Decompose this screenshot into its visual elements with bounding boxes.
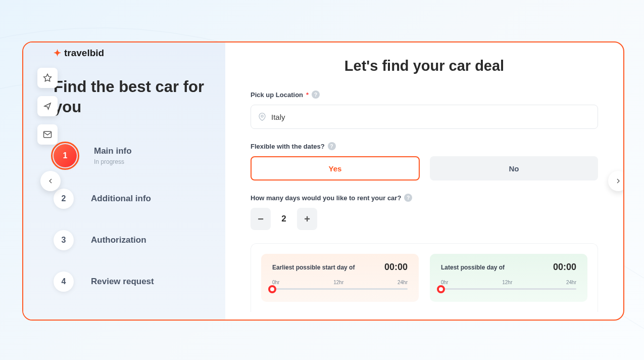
carousel-prev-button[interactable] [40, 171, 61, 191]
floating-action-bar [37, 68, 58, 145]
step-review[interactable]: 4 Review request [54, 272, 210, 292]
days-value: 2 [279, 214, 289, 224]
pickup-label: Pick up Location [251, 91, 303, 99]
sidebar-title: Find the best car for you [54, 77, 210, 118]
step-authorization[interactable]: 3 Authorization [54, 230, 210, 250]
location-pin-icon [258, 113, 266, 121]
time-range-container: Earliest possible start day of 00:00 0hr… [251, 243, 598, 312]
share-button[interactable] [37, 96, 58, 116]
earliest-value: 00:00 [384, 262, 408, 273]
flexible-no-button[interactable]: No [430, 156, 598, 181]
brand-logo: ✦ travelbid [54, 48, 210, 59]
steps-list: 1 Main info In progress 2 Additional inf… [54, 144, 210, 292]
step-number: 2 [54, 189, 74, 209]
step-label: Authorization [91, 235, 146, 245]
help-icon[interactable]: ? [312, 91, 320, 99]
step-number: 1 [54, 144, 77, 167]
page-title: Let's find your car deal [251, 58, 598, 74]
latest-label: Latest possible day of [441, 264, 505, 271]
logo-icon: ✦ [54, 48, 61, 59]
slider-tick: 0hr [441, 280, 448, 285]
days-field: How many days would you like to rent you… [251, 194, 598, 230]
step-additional-info[interactable]: 2 Additional info [54, 189, 210, 209]
share-icon [43, 102, 52, 111]
step-label: Review request [91, 277, 154, 287]
help-icon[interactable]: ? [404, 194, 412, 202]
step-main-info[interactable]: 1 Main info In progress [54, 144, 210, 167]
latest-value: 00:00 [553, 262, 576, 273]
flexible-field: Flexible with the dates? ? Yes No [251, 142, 598, 181]
svg-point-2 [261, 115, 263, 117]
step-sub: In progress [94, 158, 132, 165]
step-number: 3 [54, 230, 74, 250]
slider-tick: 24hr [566, 280, 576, 285]
required-marker: * [306, 91, 309, 99]
carousel-next-button[interactable] [608, 171, 624, 191]
mail-button[interactable] [37, 124, 58, 145]
pickup-input-wrapper[interactable] [251, 105, 598, 129]
chevron-left-icon [46, 177, 55, 185]
flexible-yes-button[interactable]: Yes [251, 156, 420, 181]
flexible-label: Flexible with the dates? [251, 143, 325, 150]
step-label: Additional info [91, 194, 151, 204]
increment-button[interactable]: + [297, 208, 317, 230]
earliest-time-card: Earliest possible start day of 00:00 0hr… [261, 254, 419, 302]
slider-thumb[interactable] [268, 285, 276, 293]
slider-thumb[interactable] [437, 285, 445, 293]
pickup-input[interactable] [271, 113, 590, 121]
slider-tick: 12hr [333, 280, 343, 285]
slider-tick: 24hr [398, 280, 408, 285]
chevron-right-icon [614, 177, 622, 185]
earliest-slider[interactable]: 0hr 12hr 24hr [272, 280, 408, 290]
decrement-button[interactable]: − [251, 208, 271, 230]
slider-tick: 12hr [502, 280, 512, 285]
slider-tick: 0hr [272, 280, 279, 285]
mail-icon [43, 130, 52, 139]
latest-slider[interactable]: 0hr 12hr 24hr [441, 280, 576, 290]
step-label: Main info [94, 146, 132, 156]
star-icon [43, 73, 52, 82]
days-stepper: − 2 + [251, 208, 598, 230]
main-content: Let's find your car deal Pick up Locatio… [225, 42, 623, 320]
step-number: 4 [54, 272, 74, 292]
brand-name: travelbid [64, 48, 104, 59]
favorite-button[interactable] [37, 68, 58, 88]
earliest-label: Earliest possible start day of [272, 264, 355, 271]
svg-marker-0 [44, 74, 52, 81]
main-card: ✦ travelbid Find the best car for you 1 … [22, 41, 624, 321]
help-icon[interactable]: ? [328, 142, 336, 150]
pickup-field: Pick up Location * ? [251, 91, 598, 129]
latest-time-card: Latest possible day of 00:00 0hr 12hr 24… [430, 254, 587, 302]
days-label: How many days would you like to rent you… [251, 194, 401, 202]
